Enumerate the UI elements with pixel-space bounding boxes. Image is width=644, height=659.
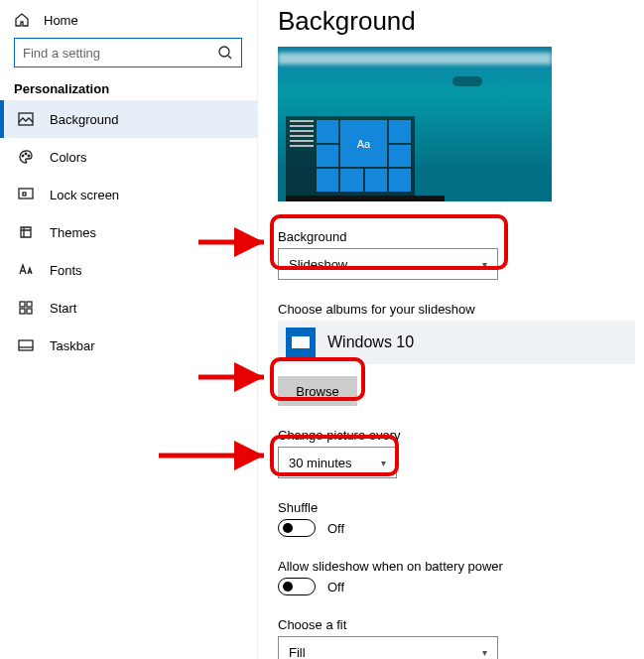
start-icon [18, 300, 34, 316]
sidebar-item-label: Taskbar [50, 338, 95, 353]
svg-rect-6 [23, 193, 26, 196]
albums-label: Choose albums for your slideshow [278, 302, 644, 317]
svg-point-4 [28, 155, 30, 157]
sidebar-item-fonts[interactable]: Fonts [0, 251, 257, 289]
sidebar-item-label: Themes [50, 225, 96, 240]
sidebar-item-taskbar[interactable]: Taskbar [0, 327, 257, 364]
sidebar-item-label: Start [50, 301, 76, 316]
page-title: Background [278, 6, 644, 37]
home-label: Home [44, 13, 78, 28]
sidebar-item-themes[interactable]: Themes [0, 213, 257, 251]
album-name: Windows 10 [327, 333, 414, 351]
fit-label: Choose a fit [278, 617, 644, 632]
shuffle-state: Off [327, 521, 344, 536]
shuffle-label: Shuffle [278, 500, 644, 515]
svg-point-2 [22, 155, 24, 157]
change-interval-value: 30 minutes [289, 456, 352, 470]
sidebar-item-label: Colors [50, 150, 87, 165]
change-picture-label: Change picture every [278, 428, 644, 443]
lock-screen-icon [18, 187, 34, 202]
background-dropdown[interactable]: Slideshow ▾ [278, 248, 498, 280]
battery-label: Allow slideshow when on battery power [278, 559, 644, 574]
svg-point-0 [219, 47, 229, 57]
main-content: Background Aa Background [258, 0, 644, 659]
svg-point-3 [25, 153, 27, 155]
search-placeholder: Find a setting [23, 46, 100, 61]
nav-home[interactable]: Home [0, 8, 257, 38]
sidebar-item-label: Lock screen [50, 188, 119, 202]
sidebar-item-background[interactable]: Background [0, 100, 257, 138]
album-row[interactable]: Windows 10 [278, 321, 635, 364]
taskbar-icon [18, 337, 34, 353]
fonts-icon [18, 262, 34, 278]
album-thumb-icon [286, 328, 316, 357]
sidebar-item-label: Background [50, 112, 118, 127]
sidebar-item-label: Fonts [50, 263, 82, 278]
background-value: Slideshow [289, 257, 347, 272]
desktop-preview: Aa [278, 47, 552, 201]
svg-rect-8 [27, 302, 32, 307]
themes-icon [18, 224, 34, 240]
battery-toggle[interactable] [278, 578, 316, 595]
search-input[interactable]: Find a setting [14, 38, 242, 67]
palette-icon [18, 149, 34, 165]
chevron-down-icon: ▾ [482, 647, 487, 658]
section-heading: Personalization [0, 81, 257, 100]
chevron-down-icon: ▾ [381, 458, 386, 468]
browse-button[interactable]: Browse [278, 376, 357, 406]
shuffle-toggle[interactable] [278, 519, 316, 537]
picture-icon [18, 111, 34, 127]
sidebar-item-lockscreen[interactable]: Lock screen [0, 176, 257, 213]
preview-tile-text: Aa [340, 120, 387, 167]
svg-rect-11 [19, 340, 33, 350]
svg-rect-10 [27, 309, 32, 314]
change-interval-dropdown[interactable]: 30 minutes ▾ [278, 447, 397, 478]
svg-rect-9 [20, 309, 25, 314]
svg-rect-7 [20, 302, 25, 307]
background-label: Background [278, 229, 644, 244]
sidebar-item-colors[interactable]: Colors [0, 138, 257, 176]
sidebar: Home Find a setting Personalization Back… [0, 0, 258, 659]
fit-dropdown[interactable]: Fill ▾ [278, 636, 498, 659]
chevron-down-icon: ▾ [482, 259, 487, 270]
search-icon [217, 45, 233, 61]
fit-value: Fill [289, 645, 306, 660]
home-icon [14, 12, 30, 28]
sidebar-item-start[interactable]: Start [0, 289, 257, 327]
battery-state: Off [327, 580, 344, 594]
